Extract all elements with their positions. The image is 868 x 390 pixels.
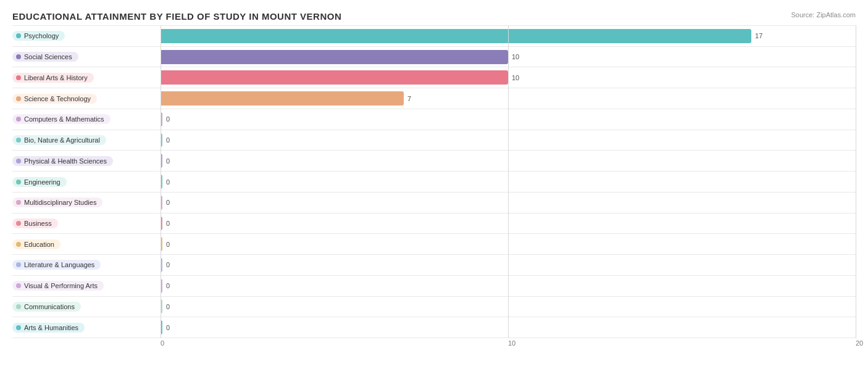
bar-label-pill: Literature & Languages	[12, 260, 101, 270]
chart-container: EDUCATIONAL ATTAINMENT BY FIELD OF STUDY…	[0, 0, 868, 390]
bar-label-text: Arts & Humanities	[24, 324, 78, 331]
bar-fill	[161, 29, 751, 43]
bar-row: Bio, Nature & Agricultural0	[12, 130, 856, 151]
bar-row: Social Sciences10	[12, 47, 856, 68]
bar-label-area: Liberal Arts & History	[12, 72, 161, 84]
bar-label-pill: Business	[12, 218, 58, 228]
bar-value-label: 0	[166, 220, 170, 227]
bar-dot-icon	[16, 54, 21, 59]
bar-fill	[161, 70, 508, 85]
bar-dot-icon	[16, 33, 21, 38]
bar-label-pill: Science & Technology	[12, 94, 97, 104]
bar-dot-icon	[16, 325, 21, 330]
bar-value-label: 0	[166, 136, 170, 144]
bar-dot-icon	[16, 200, 21, 205]
bar-dot-icon	[16, 159, 21, 164]
bar-label-pill: Social Sciences	[12, 52, 78, 62]
x-axis-tick: 10	[508, 339, 515, 347]
bar-dot-icon	[16, 75, 21, 80]
bar-label-pill: Engineering	[12, 177, 67, 187]
bar-label-text: Engineering	[24, 178, 61, 186]
bar-row: Psychology17	[12, 25, 856, 47]
bar-value-label: 17	[755, 32, 762, 39]
bar-label-area: Physical & Health Sciences	[12, 155, 161, 167]
bar-label-text: Social Sciences	[24, 53, 72, 60]
bar-label-area: Multidisciplinary Studies	[12, 196, 161, 209]
chart-title: EDUCATIONAL ATTAINMENT BY FIELD OF STUDY…	[12, 11, 856, 22]
x-axis-tick: 0	[161, 339, 164, 347]
bar-row: Literature & Languages0	[12, 255, 856, 276]
bar-value-label: 7	[407, 95, 411, 102]
bar-label-text: Science & Technology	[24, 95, 91, 102]
bar-value-label: 0	[166, 157, 170, 165]
bar-label-text: Computers & Mathematics	[24, 115, 104, 123]
bar-dot-icon	[16, 262, 21, 267]
bar-label-pill: Visual & Performing Arts	[12, 281, 104, 291]
bar-value-label: 0	[166, 261, 170, 268]
bar-row: Business0	[12, 214, 856, 234]
bar-label-area: Business	[12, 217, 161, 230]
bar-label-text: Multidisciplinary Studies	[24, 199, 96, 206]
bar-label-text: Literature & Languages	[24, 261, 94, 268]
bar-row: Multidisciplinary Studies0	[12, 193, 856, 214]
grid-line	[508, 25, 509, 338]
bar-label-pill: Multidisciplinary Studies	[12, 197, 102, 207]
bar-row: Arts & Humanities0	[12, 317, 856, 338]
bar-fill	[161, 91, 404, 106]
bar-dot-icon	[16, 96, 21, 101]
bar-row: Engineering0	[12, 172, 856, 193]
bar-value-label: 0	[166, 303, 170, 310]
bar-dot-icon	[16, 138, 21, 143]
bar-label-pill: Communications	[12, 302, 81, 312]
bar-label-text: Communications	[24, 303, 75, 310]
x-axis-tick: 20	[856, 339, 863, 347]
bar-label-pill: Bio, Nature & Agricultural	[12, 135, 106, 145]
bar-label-pill: Arts & Humanities	[12, 323, 85, 333]
bar-dot-icon	[16, 242, 21, 247]
bar-label-area: Literature & Languages	[12, 259, 161, 271]
bar-label-area: Psychology	[12, 30, 161, 42]
bar-value-label: 0	[166, 282, 170, 289]
bar-row: Visual & Performing Arts0	[12, 276, 856, 297]
bar-label-area: Computers & Mathematics	[12, 113, 161, 125]
bar-row: Science & Technology7	[12, 88, 856, 109]
bar-label-text: Bio, Nature & Agricultural	[24, 136, 100, 144]
bar-label-area: Visual & Performing Arts	[12, 280, 161, 292]
bar-row: Education0	[12, 234, 856, 255]
bar-label-area: Science & Technology	[12, 93, 161, 105]
bar-value-label: 10	[512, 74, 519, 81]
bar-label-area: Social Sciences	[12, 51, 161, 63]
bar-label-text: Education	[24, 241, 54, 248]
source-label: Source: ZipAtlas.com	[791, 11, 856, 19]
bar-row: Physical & Health Sciences0	[12, 151, 856, 172]
bar-label-area: Engineering	[12, 176, 161, 188]
bar-label-area: Education	[12, 238, 161, 251]
bar-label-text: Visual & Performing Arts	[24, 282, 98, 289]
bar-dot-icon	[16, 117, 21, 122]
bar-label-pill: Computers & Mathematics	[12, 114, 111, 124]
bar-label-area: Arts & Humanities	[12, 322, 161, 334]
bar-label-text: Business	[24, 220, 52, 227]
bar-dot-icon	[16, 180, 21, 185]
bar-dot-icon	[16, 221, 21, 226]
bar-value-label: 0	[166, 241, 170, 248]
bar-label-pill: Education	[12, 239, 61, 249]
bars-section: Psychology17Social Sciences10Liberal Art…	[12, 25, 856, 338]
x-axis-container: 01020	[12, 339, 856, 352]
bar-label-pill: Liberal Arts & History	[12, 73, 94, 83]
bar-value-label: 0	[166, 115, 170, 123]
chart-area: Psychology17Social Sciences10Liberal Art…	[12, 25, 856, 352]
bar-dot-icon	[16, 304, 21, 309]
bar-value-label: 0	[166, 178, 170, 186]
grid-line	[161, 25, 161, 338]
bar-row: Communications0	[12, 297, 856, 318]
bar-label-pill: Physical & Health Sciences	[12, 156, 113, 166]
bar-label-text: Psychology	[24, 32, 59, 39]
bar-value-label: 0	[166, 199, 170, 206]
bar-label-text: Physical & Health Sciences	[24, 157, 107, 165]
bar-label-area: Bio, Nature & Agricultural	[12, 134, 161, 146]
bar-value-label: 10	[512, 53, 519, 60]
bar-label-pill: Psychology	[12, 31, 65, 41]
bar-value-label: 0	[166, 324, 170, 331]
bar-label-text: Liberal Arts & History	[24, 74, 88, 81]
